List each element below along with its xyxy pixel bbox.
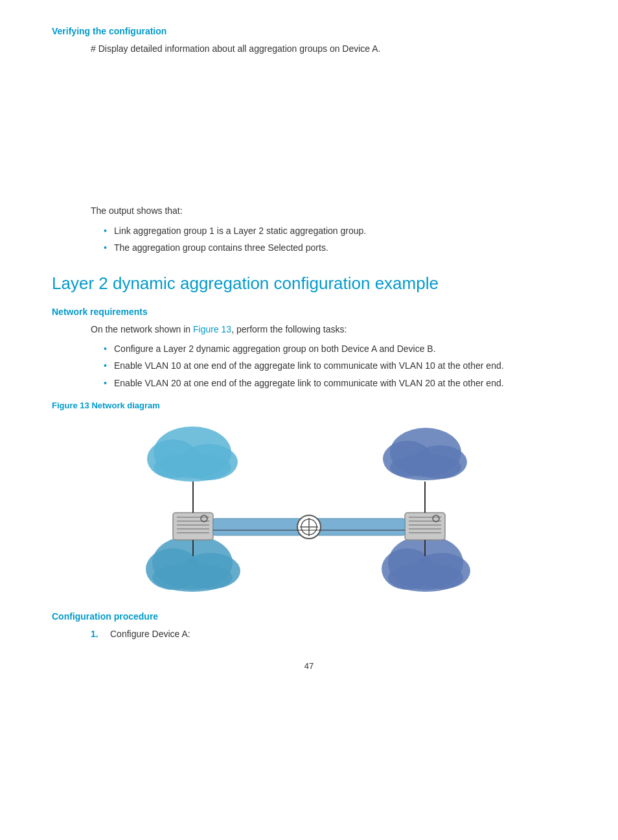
network-requirements-section: Network requirements On the network show… — [52, 307, 566, 391]
verifying-bullets: Link aggregation group 1 is a Layer 2 st… — [104, 224, 566, 255]
bullet-item: Link aggregation group 1 is a Layer 2 st… — [104, 224, 566, 238]
config-steps: 1. Configure Device A: — [91, 627, 566, 641]
bullet-item: The aggregation group contains three Sel… — [104, 240, 566, 255]
svg-point-15 — [388, 563, 463, 592]
step-text: Configure Device A: — [110, 629, 190, 639]
intro-prefix: On the network shown in — [91, 324, 193, 334]
verifying-section: Verifying the configuration # Display de… — [52, 26, 566, 56]
intro-suffix: , perform the following tasks: — [231, 324, 347, 334]
diagram-svg — [108, 417, 510, 598]
page-number: 47 — [52, 661, 566, 671]
bullet-item: Enable VLAN 20 at one end of the aggrega… — [104, 376, 566, 390]
network-requirements-heading: Network requirements — [52, 307, 566, 317]
network-bullets: Configure a Layer 2 dynamic aggregation … — [104, 342, 566, 390]
bullet-item: Configure a Layer 2 dynamic aggregation … — [104, 342, 566, 356]
config-procedure-heading: Configuration procedure — [52, 611, 566, 622]
svg-point-11 — [152, 563, 233, 592]
code-output-area — [52, 61, 566, 204]
network-requirements-intro: On the network shown in Figure 13, perfo… — [91, 322, 566, 336]
config-step-1: 1. Configure Device A: — [91, 627, 566, 641]
figure-label: Figure 13 Network diagram — [52, 401, 566, 410]
config-procedure-section: Configuration procedure 1. Configure Dev… — [52, 611, 566, 641]
verifying-body: # Display detailed information about all… — [91, 41, 566, 56]
figure13-link[interactable]: Figure 13 — [193, 324, 231, 334]
network-diagram — [108, 417, 510, 598]
svg-point-7 — [390, 454, 461, 480]
output-intro: The output shows that: — [91, 204, 566, 218]
svg-point-3 — [154, 453, 231, 482]
step-number: 1. — [91, 627, 98, 641]
layer2-dynamic-heading: Layer 2 dynamic aggregation configuratio… — [52, 274, 566, 294]
bullet-item: Enable VLAN 10 at one end of the aggrega… — [104, 358, 566, 373]
verifying-heading: Verifying the configuration — [52, 26, 566, 36]
